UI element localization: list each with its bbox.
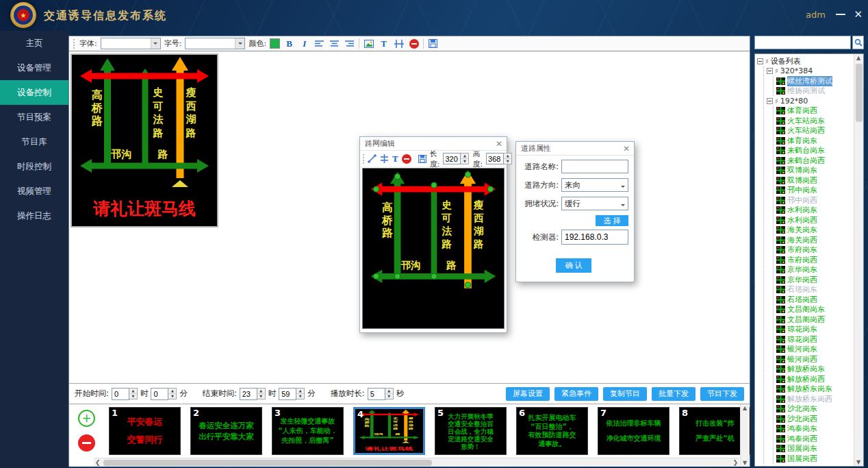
device-tree-item[interactable]: 京华岗东 [776,265,853,275]
tree-scrollbar[interactable]: ▲ ▼ [854,54,863,466]
save-icon[interactable] [427,38,439,49]
tree-group-label[interactable]: 320*384 [780,66,813,75]
device-label[interactable]: 市府岗东 [787,245,817,255]
sign-preview[interactable]: 高桥路史可法路瘦西湖路邗沟路请礼让斑马线 [71,53,218,227]
road-name-field[interactable] [561,160,628,173]
device-label[interactable]: 螺丝湾桥测试 [787,76,832,86]
align-right-icon[interactable] [344,38,355,49]
device-label[interactable]: 体育岗西 [787,106,817,116]
device-label[interactable]: 琼花岗西 [787,334,817,345]
italic-icon[interactable]: I [298,38,310,49]
minimize-icon[interactable] [836,14,845,15]
device-label[interactable]: 水利岗西 [787,215,817,225]
playlist-thumb[interactable]: 2春运安全连万家出行平安靠大家 [190,407,262,455]
action-button[interactable]: 节目下发 [700,387,744,401]
device-tree-item[interactable]: 石塔岗西 [776,295,853,305]
device-tree-item[interactable]: 维扬岗测试 [776,86,853,97]
device-tree-item[interactable]: 体育岗东 [776,136,853,146]
draw-line-icon[interactable] [368,153,376,164]
device-label[interactable]: 解放桥岗东 [787,364,825,374]
device-tree-item[interactable]: 鸿泰岗东 [776,424,853,434]
playlist-thumb[interactable]: 3发生轻微交通事故“人未伤，车能动．先拍照，后撤离” [272,407,344,455]
device-tree-item[interactable]: 琼花岗西 [776,334,853,345]
delete-icon[interactable] [402,153,411,164]
device-search-input[interactable] [754,36,851,49]
end-minute-stepper[interactable]: ▲▼ [279,388,305,399]
device-tree-item[interactable]: 石塔岗东 [776,285,853,295]
device-label[interactable]: 沙北岗东 [787,404,817,414]
device-label[interactable]: 鸿泰岗东 [787,423,817,434]
dialog-close-icon[interactable]: ✕ [496,137,502,151]
device-label[interactable]: 琼花岗东 [787,324,817,334]
device-label[interactable]: 鸿泰岗西 [787,434,817,444]
device-tree-item[interactable]: 双博岗东 [776,166,853,176]
action-button[interactable]: 屏幕设置 [506,387,550,401]
start-hour-stepper[interactable]: ▲▼ [112,388,138,399]
device-label[interactable]: 石塔岗西 [787,295,817,305]
length-stepper[interactable]: ▲▼ [443,153,469,164]
add-frame-button[interactable]: + [78,410,95,427]
device-tree-item[interactable]: 体育岗西 [776,106,853,116]
tree-group-label[interactable]: 192*80 [780,97,808,106]
image-icon[interactable] [363,38,374,49]
device-tree-item[interactable]: 文昌阁岗西 [776,315,853,325]
congestion-select[interactable]: 缓行 [561,197,628,210]
device-label[interactable]: 京华岗西 [787,275,817,285]
sidebar-item[interactable]: 节目库 [0,130,68,154]
bold-icon[interactable]: B [283,38,295,49]
device-label[interactable]: 体育岗东 [787,136,817,146]
device-tree-item[interactable]: 火车站岗东 [776,116,853,126]
color-swatch[interactable] [270,38,280,49]
road-network-icon[interactable] [393,38,405,49]
vertical-scrollbar[interactable]: ▲ ▼ [740,404,750,467]
close-icon[interactable]: ✕ [854,8,863,21]
device-tree-item[interactable]: 文昌阁岗东 [776,305,853,315]
device-tree-item[interactable]: 螺丝湾桥测试 [776,76,853,86]
text-tool-icon[interactable]: T [378,38,390,49]
playlist-thumb[interactable]: 6扎实开展电动车“百日整治”，有效预防道路交通事故。 [516,407,588,455]
device-tree-item[interactable]: 来鹤台岗东 [776,146,853,156]
action-button[interactable]: 复制节目 [603,387,647,401]
device-label[interactable]: 邗中岗西 [787,195,817,206]
sidebar-item[interactable]: 设备管理 [0,56,68,80]
device-tree-item[interactable]: 国展岗西 [776,454,853,464]
device-label[interactable]: 邗中岗东 [787,185,817,195]
device-label[interactable]: 石塔岗东 [787,284,817,295]
device-tree-item[interactable]: 来鹤台岗西 [776,156,853,166]
device-tree-item[interactable]: 市府岗东 [776,245,853,256]
action-button[interactable]: 批量下发 [652,387,695,401]
device-tree-item[interactable]: 鸿泰岗西 [776,434,853,444]
device-tree-item[interactable]: 琼花岗东 [776,325,853,335]
device-tree-item[interactable]: 火车站岗西 [776,126,853,136]
device-tree-item[interactable]: 国展岗东 [776,444,853,454]
dialog-close-icon[interactable]: ✕ [623,142,630,156]
device-tree-item[interactable]: 京华岗西 [776,275,853,285]
remove-frame-button[interactable] [78,434,95,452]
scroll-left-icon[interactable]: ❮ [95,459,101,466]
device-label[interactable]: 火车站岗东 [787,116,825,126]
device-label[interactable]: 京华岗东 [787,264,817,275]
scroll-down-icon[interactable]: ▼ [856,459,860,465]
device-tree-item[interactable]: 沙北岗东 [776,404,853,415]
device-label[interactable]: 国展岗西 [787,454,817,464]
scroll-up-icon[interactable]: ▲ [743,405,747,411]
device-tree-item[interactable]: 银河岗东 [776,345,853,355]
device-tree-item[interactable]: 海关岗东 [776,225,853,236]
device-label[interactable]: 双博岗西 [787,175,817,186]
sidebar-item[interactable]: 时段控制 [0,154,68,179]
font-select[interactable] [101,38,161,49]
device-tree-item[interactable]: 解放桥东岗西 [776,394,853,404]
edit-canvas[interactable]: 高桥路史可法路瘦西湖路邗沟路请礼让斑马线 路网编辑 ✕ T [69,51,750,383]
road-cross-icon[interactable] [380,153,389,164]
align-center-icon[interactable] [329,38,340,49]
text-tool-icon[interactable]: T [392,153,398,164]
start-minute-stepper[interactable]: ▲▼ [151,388,177,399]
device-tree-item[interactable]: 邗中岗西 [776,195,853,206]
stop-icon[interactable] [408,38,420,49]
device-label[interactable]: 水利岗东 [787,205,817,215]
playlist-thumb[interactable]: 5大力开展秋冬季交通安全整治百日会战，全力稳定道路交通安全形势！ [435,407,507,455]
road-direction-select[interactable]: 来向 [561,178,628,192]
end-hour-stepper[interactable]: ▲▼ [240,388,266,399]
detector-field[interactable] [561,230,628,245]
device-label[interactable]: 海关岗东 [787,225,817,235]
